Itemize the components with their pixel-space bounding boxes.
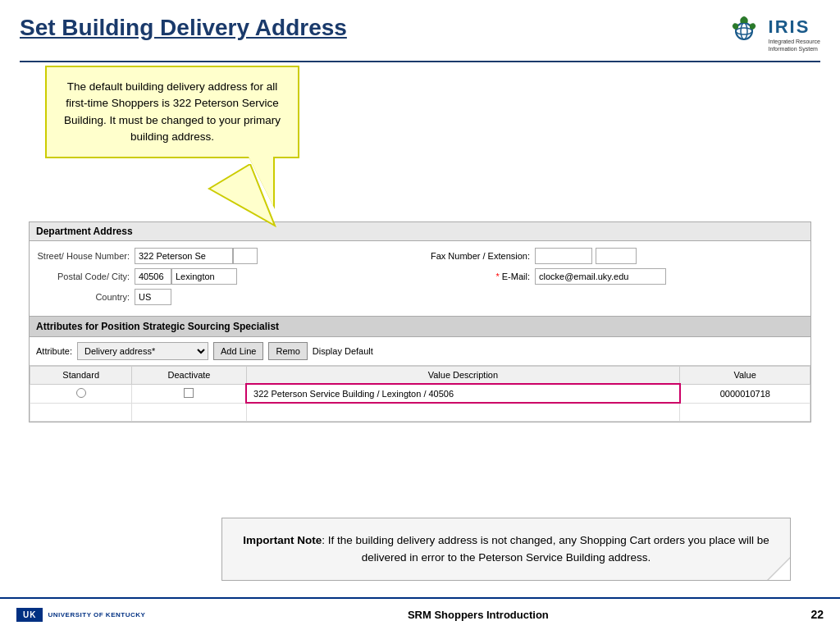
form-area: Department Address Street/ House Number:…	[29, 221, 811, 422]
email-label: * E-Mail:	[428, 272, 535, 281]
header-divider	[20, 61, 820, 62]
callout-top: The default building delivery address fo…	[45, 66, 299, 158]
page-number: 22	[810, 608, 824, 621]
attribute-label: Attribute:	[36, 346, 72, 356]
email-row: * E-Mail:	[428, 268, 804, 285]
col-value: Value	[680, 367, 810, 385]
display-default-text: Display Default	[313, 346, 373, 356]
iris-title: IRIS	[769, 16, 820, 38]
corner-fold	[769, 559, 790, 580]
country-input[interactable]	[135, 289, 171, 305]
iris-logo: IRIS Integrated ResourceInformation Syst…	[724, 15, 820, 54]
svg-point-2	[736, 28, 752, 34]
email-input[interactable]	[535, 268, 666, 285]
attr-section-header: Attributes for Position Strategic Sourci…	[30, 316, 810, 337]
fax-input2[interactable]	[596, 248, 637, 264]
table-row-empty	[30, 403, 810, 421]
attr-controls: Attribute: Delivery address* Add Line Re…	[30, 337, 810, 366]
university-text: UNIVERSITY OF KENTUCKY	[48, 611, 145, 619]
add-line-button[interactable]: Add Line	[213, 342, 263, 360]
important-note-rest: : If the building delivery address is no…	[322, 534, 769, 564]
standard-cell	[30, 384, 132, 403]
form-body: Street/ House Number: Postal Code/ City:…	[30, 241, 810, 316]
country-label: Country:	[36, 292, 135, 302]
col-standard: Standard	[30, 367, 132, 385]
fax-input1[interactable]	[535, 248, 592, 264]
form-left: Street/ House Number: Postal Code/ City:…	[36, 248, 412, 309]
fax-row: Fax Number / Extension:	[428, 248, 804, 264]
deactivate-cell	[132, 384, 246, 403]
uk-logo-text: UK	[23, 610, 36, 619]
country-row: Country:	[36, 289, 412, 305]
page-title: Set Building Delivery Address	[20, 15, 347, 41]
footer: UK UNIVERSITY OF KENTUCKY SRM Shoppers I…	[0, 597, 840, 630]
street-input-extra[interactable]	[233, 248, 258, 264]
iris-subtitle: Integrated ResourceInformation System	[769, 38, 820, 52]
attribute-select[interactable]: Delivery address*	[77, 342, 208, 360]
remove-button[interactable]: Remo	[268, 342, 307, 360]
important-note-bold: Important Note	[243, 534, 322, 546]
svg-point-1	[741, 23, 747, 39]
iris-logo-icon	[724, 15, 764, 54]
header: Set Building Delivery Address IRIS Integ…	[0, 0, 840, 61]
postal-label: Postal Code/ City:	[36, 272, 135, 281]
city-input[interactable]	[171, 268, 237, 285]
deactivate-checkbox[interactable]	[184, 388, 194, 398]
footer-logo-area: UK UNIVERSITY OF KENTUCKY	[16, 608, 145, 622]
uk-logo: UK	[16, 608, 43, 622]
form-section-header: Department Address	[30, 222, 810, 241]
form-right: Fax Number / Extension: * E-Mail:	[428, 248, 804, 309]
footer-center-text: SRM Shoppers Introduction	[408, 609, 549, 621]
attributes-table: Standard Deactivate Value Description Va…	[30, 366, 810, 422]
iris-logo-text: IRIS Integrated ResourceInformation Syst…	[769, 16, 820, 52]
value-cell: 0000010718	[680, 384, 810, 403]
street-label: Street/ House Number:	[36, 251, 135, 261]
radio-button[interactable]	[76, 388, 86, 398]
col-value-desc: Value Description	[246, 367, 680, 385]
table-row: 322 Peterson Service Building / Lexingto…	[30, 384, 810, 403]
postal-row: Postal Code/ City:	[36, 268, 412, 285]
callout-bottom: Important Note: If the building delivery…	[221, 518, 791, 581]
col-deactivate: Deactivate	[132, 367, 246, 385]
fax-label: Fax Number / Extension:	[428, 251, 535, 261]
street-row: Street/ House Number:	[36, 248, 412, 264]
street-input[interactable]	[135, 248, 233, 264]
value-description-cell: 322 Peterson Service Building / Lexingto…	[246, 384, 680, 403]
postal-code-input[interactable]	[135, 268, 171, 285]
